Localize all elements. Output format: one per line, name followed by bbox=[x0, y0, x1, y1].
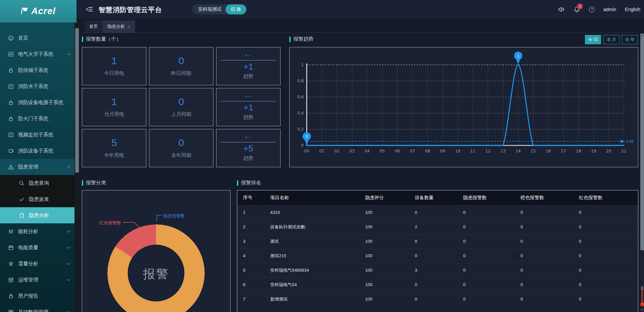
table-header-cell: 红色报警数 bbox=[576, 190, 638, 205]
section-accent bbox=[237, 180, 238, 186]
sidebar-item-18[interactable]: 基础数据管理 bbox=[0, 304, 77, 312]
svg-text:1: 1 bbox=[301, 62, 304, 67]
sidebar-item-8[interactable]: 消防设备子系统 bbox=[0, 143, 77, 159]
notifications-bell-icon[interactable]: 2 bbox=[574, 6, 580, 13]
svg-text:14: 14 bbox=[515, 149, 521, 153]
sidebar-item-15[interactable]: 需量分析 bbox=[0, 256, 77, 272]
sidebar-item-label: 隐患管理 bbox=[18, 164, 38, 170]
table-cell: 0 bbox=[576, 220, 638, 234]
lock-icon bbox=[8, 100, 14, 105]
sidebar-item-2[interactable]: 电气火灾子系统 bbox=[0, 46, 77, 62]
table-row[interactable]: 3测试1000000 bbox=[237, 234, 638, 249]
sidebar-item-7[interactable]: 视频监控子系统 bbox=[0, 127, 77, 143]
table-cell: 2 bbox=[412, 220, 460, 234]
stat-label: 当月用电 bbox=[104, 111, 124, 118]
language-switch[interactable]: English bbox=[625, 7, 640, 12]
tab-1[interactable]: 首页 bbox=[85, 20, 103, 33]
table-row[interactable]: 5安科瑞电气54656341003000 bbox=[237, 263, 638, 277]
range-month-button[interactable]: 本月 bbox=[603, 35, 620, 44]
sidebar-item-6[interactable]: 防火门子系统 bbox=[0, 110, 77, 127]
table-cell: 0 bbox=[460, 292, 518, 306]
alarm-ranking-panel: 序号项目名称隐患评分设备数量隐患报警数橙色报警数红色报警数 1432410000… bbox=[237, 190, 638, 312]
sidebar-item-4[interactable]: 消防水子系统 bbox=[0, 78, 77, 94]
slider-knob-icon[interactable] bbox=[640, 302, 644, 306]
sidebar-item-9[interactable]: 隐患管理 bbox=[0, 159, 77, 175]
tab-close-icon[interactable]: × bbox=[128, 24, 130, 29]
stat-card: 0上月同期 bbox=[149, 88, 213, 126]
switch-project-button[interactable]: 切 换 bbox=[226, 4, 246, 14]
sidebar-item-12[interactable]: 隐患分析 bbox=[0, 207, 77, 223]
page-scrollbar[interactable] bbox=[640, 33, 644, 312]
svg-text:01: 01 bbox=[319, 149, 324, 153]
table-cell: 0 bbox=[460, 249, 518, 263]
project-selector[interactable]: 安科瑞测试 切 换 bbox=[192, 4, 246, 14]
ranking-section-title: 报警排名 bbox=[237, 180, 261, 186]
trend-label: 趋势 bbox=[243, 155, 253, 162]
sidebar-item-label: 用户报告 bbox=[18, 293, 38, 299]
svg-text:09: 09 bbox=[440, 149, 445, 153]
sidebar-item-13[interactable]: 能耗分析 bbox=[0, 223, 77, 239]
chart-icon bbox=[8, 51, 14, 57]
table-cell: 0 bbox=[460, 205, 518, 220]
tab-label: 隐患分析 bbox=[107, 24, 125, 30]
svg-text:04: 04 bbox=[364, 149, 369, 153]
device-icon bbox=[8, 148, 14, 154]
scroll-indicator-widget[interactable] bbox=[641, 286, 644, 308]
sidebar-item-5[interactable]: 消防设备电源子系统 bbox=[0, 94, 77, 110]
table-cell: 100 bbox=[362, 292, 412, 306]
range-buttons: 今日 本月 全年 bbox=[585, 35, 638, 44]
sidebar-item-3[interactable]: 防排烟子系统 bbox=[0, 62, 77, 78]
stats-section-title: 报警数量（个） bbox=[82, 36, 121, 42]
sidebar-item-17[interactable]: 用户报告 bbox=[0, 288, 77, 304]
table-row[interactable]: 6安科瑞电气541000000 bbox=[237, 277, 638, 292]
sidebar-collapse-icon[interactable] bbox=[86, 6, 93, 13]
donut-label-hidden-alarms[interactable]: 隐患报警数 bbox=[163, 213, 185, 219]
user-menu[interactable]: admin bbox=[603, 7, 616, 12]
tab-2[interactable]: 隐患分析× bbox=[103, 20, 135, 33]
svg-text:21: 21 bbox=[621, 149, 626, 153]
table-cell: 2 bbox=[237, 220, 267, 234]
fraction-divider bbox=[221, 142, 276, 142]
sidebar-item-10[interactable]: 隐患查询 bbox=[0, 175, 77, 191]
search-icon bbox=[19, 180, 24, 186]
svg-text:06: 06 bbox=[395, 149, 400, 153]
chevron-down-icon bbox=[67, 278, 70, 281]
table-cell: 测试 bbox=[267, 234, 362, 249]
section-accent bbox=[289, 37, 291, 42]
table-cell: 安科瑞电气5465634 bbox=[267, 263, 362, 277]
smiley-icon bbox=[8, 35, 14, 41]
table-row[interactable]: 7新增测试1000000 bbox=[237, 292, 638, 306]
logo-text: Acrel bbox=[31, 6, 56, 16]
donut-label-red-alarms[interactable]: 红色报警数 bbox=[95, 220, 121, 226]
table-cell: 5 bbox=[237, 263, 267, 277]
sidebar-scrollbar[interactable] bbox=[75, 19, 79, 312]
calendar-check-icon bbox=[8, 277, 14, 283]
range-year-button[interactable]: 全年 bbox=[622, 35, 638, 44]
sidebar-scrollbar-thumb[interactable] bbox=[75, 28, 79, 173]
chevron-down-icon bbox=[67, 246, 70, 249]
table-header-cell: 序号 bbox=[237, 190, 267, 205]
table-row[interactable]: 2设备拓扑测试勿删1002000 bbox=[237, 220, 638, 234]
table-cell: 0 bbox=[460, 220, 518, 234]
help-icon[interactable]: ? bbox=[589, 7, 595, 12]
x-axis-labels: 0001020304050607080910111213141516171819… bbox=[304, 149, 626, 153]
svg-text:12: 12 bbox=[485, 149, 490, 153]
play-icon bbox=[8, 132, 14, 138]
trend-formula: +-- bbox=[245, 53, 252, 58]
stat-label: 昨日同期 bbox=[171, 70, 191, 77]
sidebar-item-11[interactable]: 隐患派发 bbox=[0, 191, 77, 207]
sidebar-item-1[interactable]: 首页 bbox=[0, 30, 77, 46]
table-row[interactable]: 4测试2151000000 bbox=[237, 249, 638, 263]
announcement-icon[interactable] bbox=[558, 6, 565, 12]
table-cell: 4324 bbox=[267, 205, 362, 220]
table-row[interactable]: 143241000000 bbox=[237, 205, 638, 220]
trend-formula: +-- bbox=[245, 94, 252, 99]
svg-text:05: 05 bbox=[380, 149, 385, 153]
sidebar-item-16[interactable]: 运维管理 bbox=[0, 272, 77, 288]
range-today-button[interactable]: 今日 bbox=[585, 35, 601, 44]
sidebar-item-label: 隐患派发 bbox=[29, 196, 49, 203]
sidebar-item-14[interactable]: 电能质量 bbox=[0, 239, 77, 256]
page-scrollbar-thumb[interactable] bbox=[640, 34, 644, 250]
table-cell: 100 bbox=[362, 234, 412, 249]
svg-text:0.05: 0.05 bbox=[626, 139, 634, 143]
